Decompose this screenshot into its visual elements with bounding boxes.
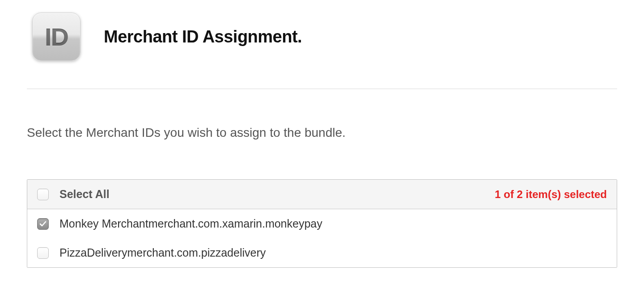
page-container: ID Merchant ID Assignment. Select the Me… (0, 0, 644, 268)
check-icon (39, 220, 47, 228)
header-divider (27, 89, 617, 89)
table-header-row: Select All 1 of 2 item(s) selected (27, 180, 617, 209)
id-icon-text: ID (45, 22, 68, 51)
instruction-text: Select the Merchant IDs you wish to assi… (27, 126, 617, 140)
row-label: Monkey Merchantmerchant.com.xamarin.monk… (59, 217, 322, 230)
row-label: PizzaDeliverymerchant.com.pizzadelivery (59, 246, 266, 259)
merchant-table: Select All 1 of 2 item(s) selected Monke… (27, 179, 617, 268)
table-row: Monkey Merchantmerchant.com.xamarin.monk… (27, 209, 617, 238)
select-all-label: Select All (59, 188, 495, 201)
selection-count: 1 of 2 item(s) selected (495, 188, 607, 201)
row-checkbox[interactable] (37, 218, 49, 230)
row-checkbox[interactable] (37, 247, 49, 259)
table-row: PizzaDeliverymerchant.com.pizzadelivery (27, 238, 617, 267)
page-header: ID Merchant ID Assignment. (27, 13, 617, 89)
select-all-checkbox[interactable] (37, 189, 49, 200)
page-title: Merchant ID Assignment. (104, 27, 302, 46)
id-icon: ID (32, 13, 80, 61)
